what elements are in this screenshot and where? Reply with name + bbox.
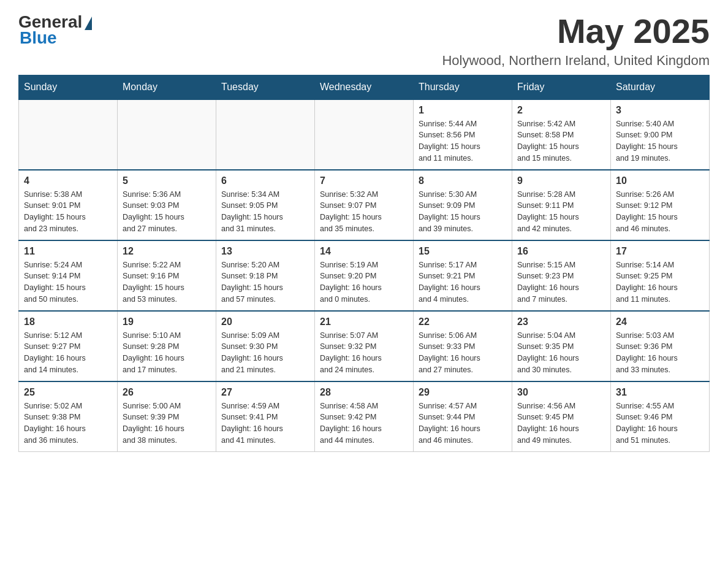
calendar-header-thursday: Thursday [414,75,512,99]
day-number: 29 [419,387,507,398]
logo-blue-text: Blue [20,28,57,48]
calendar-cell: 17Sunrise: 5:14 AMSunset: 9:25 PMDayligh… [611,240,710,311]
calendar-cell: 20Sunrise: 5:09 AMSunset: 9:30 PMDayligh… [216,311,315,381]
calendar-cell: 4Sunrise: 5:38 AMSunset: 9:01 PMDaylight… [19,170,118,240]
calendar-cell: 10Sunrise: 5:26 AMSunset: 9:12 PMDayligh… [611,170,710,240]
day-info: Sunrise: 5:00 AMSunset: 9:39 PMDaylight:… [123,400,211,446]
day-info: Sunrise: 5:04 AMSunset: 9:35 PMDaylight:… [517,330,605,376]
day-info: Sunrise: 5:36 AMSunset: 9:03 PMDaylight:… [123,189,211,235]
day-number: 3 [616,105,704,116]
calendar-header-sunday: Sunday [19,75,118,99]
day-info: Sunrise: 5:28 AMSunset: 9:11 PMDaylight:… [517,189,605,235]
calendar-table: SundayMondayTuesdayWednesdayThursdayFrid… [18,75,710,452]
calendar-cell: 2Sunrise: 5:42 AMSunset: 8:58 PMDaylight… [512,99,611,170]
day-info: Sunrise: 5:30 AMSunset: 9:09 PMDaylight:… [419,189,507,235]
day-number: 15 [419,246,507,257]
calendar-header-tuesday: Tuesday [216,75,315,99]
calendar-cell: 1Sunrise: 5:44 AMSunset: 8:56 PMDaylight… [414,99,512,170]
calendar-header-wednesday: Wednesday [315,75,414,99]
day-number: 31 [616,387,704,398]
day-number: 12 [123,246,211,257]
day-number: 27 [221,387,309,398]
calendar-cell: 19Sunrise: 5:10 AMSunset: 9:28 PMDayligh… [118,311,216,381]
day-number: 13 [221,246,309,257]
day-number: 6 [221,175,309,186]
day-number: 24 [616,316,704,327]
day-info: Sunrise: 4:57 AMSunset: 9:44 PMDaylight:… [419,400,507,446]
calendar-header-monday: Monday [118,75,216,99]
day-info: Sunrise: 5:09 AMSunset: 9:30 PMDaylight:… [221,330,309,376]
calendar-cell: 5Sunrise: 5:36 AMSunset: 9:03 PMDaylight… [118,170,216,240]
day-info: Sunrise: 5:20 AMSunset: 9:18 PMDaylight:… [221,259,309,305]
day-info: Sunrise: 5:12 AMSunset: 9:27 PMDaylight:… [24,330,112,376]
day-info: Sunrise: 5:02 AMSunset: 9:38 PMDaylight:… [24,400,112,446]
day-info: Sunrise: 4:58 AMSunset: 9:42 PMDaylight:… [320,400,408,446]
calendar-cell: 6Sunrise: 5:34 AMSunset: 9:05 PMDaylight… [216,170,315,240]
day-info: Sunrise: 5:40 AMSunset: 9:00 PMDaylight:… [616,118,704,164]
calendar-cell: 24Sunrise: 5:03 AMSunset: 9:36 PMDayligh… [611,311,710,381]
day-info: Sunrise: 4:56 AMSunset: 9:45 PMDaylight:… [517,400,605,446]
calendar-week-row-3: 11Sunrise: 5:24 AMSunset: 9:14 PMDayligh… [19,240,710,311]
day-info: Sunrise: 5:34 AMSunset: 9:05 PMDaylight:… [221,189,309,235]
day-info: Sunrise: 5:44 AMSunset: 8:56 PMDaylight:… [419,118,507,164]
calendar-header-saturday: Saturday [611,75,710,99]
day-info: Sunrise: 5:03 AMSunset: 9:36 PMDaylight:… [616,330,704,376]
calendar-cell: 31Sunrise: 4:55 AMSunset: 9:46 PMDayligh… [611,381,710,452]
calendar-cell [315,99,414,170]
day-number: 11 [24,246,112,257]
calendar-cell: 11Sunrise: 5:24 AMSunset: 9:14 PMDayligh… [19,240,118,311]
calendar-cell: 7Sunrise: 5:32 AMSunset: 9:07 PMDaylight… [315,170,414,240]
day-number: 4 [24,175,112,186]
day-number: 16 [517,246,605,257]
month-title: May 2025 [442,12,710,50]
day-number: 23 [517,316,605,327]
day-number: 28 [320,387,408,398]
day-info: Sunrise: 4:59 AMSunset: 9:41 PMDaylight:… [221,400,309,446]
day-info: Sunrise: 5:07 AMSunset: 9:32 PMDaylight:… [320,330,408,376]
day-info: Sunrise: 5:14 AMSunset: 9:25 PMDaylight:… [616,259,704,305]
day-info: Sunrise: 5:10 AMSunset: 9:28 PMDaylight:… [123,330,211,376]
day-info: Sunrise: 5:19 AMSunset: 9:20 PMDaylight:… [320,259,408,305]
calendar-cell: 23Sunrise: 5:04 AMSunset: 9:35 PMDayligh… [512,311,611,381]
calendar-week-row-1: 1Sunrise: 5:44 AMSunset: 8:56 PMDaylight… [19,99,710,170]
day-info: Sunrise: 5:22 AMSunset: 9:16 PMDaylight:… [123,259,211,305]
page-header: General Blue May 2025 Holywood, Northern… [18,12,710,69]
day-number: 5 [123,175,211,186]
calendar-cell [19,99,118,170]
calendar-cell: 28Sunrise: 4:58 AMSunset: 9:42 PMDayligh… [315,381,414,452]
calendar-cell: 25Sunrise: 5:02 AMSunset: 9:38 PMDayligh… [19,381,118,452]
calendar-cell: 18Sunrise: 5:12 AMSunset: 9:27 PMDayligh… [19,311,118,381]
calendar-header-row: SundayMondayTuesdayWednesdayThursdayFrid… [19,75,710,99]
day-number: 30 [517,387,605,398]
calendar-cell: 16Sunrise: 5:15 AMSunset: 9:23 PMDayligh… [512,240,611,311]
day-number: 21 [320,316,408,327]
day-number: 18 [24,316,112,327]
title-section: May 2025 Holywood, Northern Ireland, Uni… [442,12,710,69]
day-number: 9 [517,175,605,186]
calendar-cell [216,99,315,170]
calendar-week-row-2: 4Sunrise: 5:38 AMSunset: 9:01 PMDaylight… [19,170,710,240]
day-info: Sunrise: 5:06 AMSunset: 9:33 PMDaylight:… [419,330,507,376]
calendar-header-friday: Friday [512,75,611,99]
day-info: Sunrise: 5:15 AMSunset: 9:23 PMDaylight:… [517,259,605,305]
day-number: 2 [517,105,605,116]
day-info: Sunrise: 5:42 AMSunset: 8:58 PMDaylight:… [517,118,605,164]
day-info: Sunrise: 5:17 AMSunset: 9:21 PMDaylight:… [419,259,507,305]
calendar-cell: 15Sunrise: 5:17 AMSunset: 9:21 PMDayligh… [414,240,512,311]
day-info: Sunrise: 5:26 AMSunset: 9:12 PMDaylight:… [616,189,704,235]
calendar-cell: 30Sunrise: 4:56 AMSunset: 9:45 PMDayligh… [512,381,611,452]
day-number: 17 [616,246,704,257]
calendar-cell: 14Sunrise: 5:19 AMSunset: 9:20 PMDayligh… [315,240,414,311]
day-info: Sunrise: 5:24 AMSunset: 9:14 PMDaylight:… [24,259,112,305]
logo: General Blue [18,12,92,48]
day-info: Sunrise: 5:32 AMSunset: 9:07 PMDaylight:… [320,189,408,235]
day-info: Sunrise: 5:38 AMSunset: 9:01 PMDaylight:… [24,189,112,235]
day-number: 1 [419,105,507,116]
calendar-cell [118,99,216,170]
day-number: 26 [123,387,211,398]
calendar-cell: 21Sunrise: 5:07 AMSunset: 9:32 PMDayligh… [315,311,414,381]
day-number: 10 [616,175,704,186]
location-subtitle: Holywood, Northern Ireland, United Kingd… [442,53,710,69]
day-number: 8 [419,175,507,186]
calendar-cell: 8Sunrise: 5:30 AMSunset: 9:09 PMDaylight… [414,170,512,240]
